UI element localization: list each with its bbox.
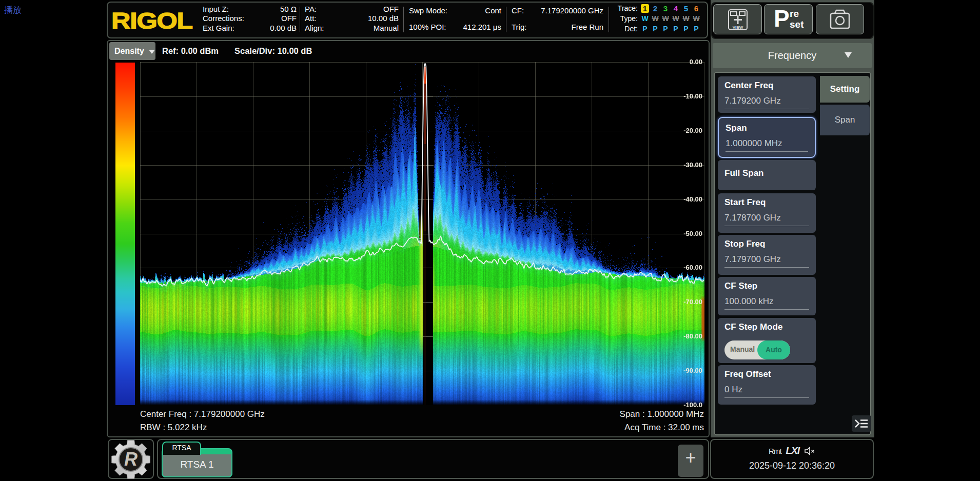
svg-text:RIGOL: RIGOL [112,10,192,33]
svg-text:VIEW: VIEW [733,25,743,30]
svg-text:R: R [124,449,138,470]
